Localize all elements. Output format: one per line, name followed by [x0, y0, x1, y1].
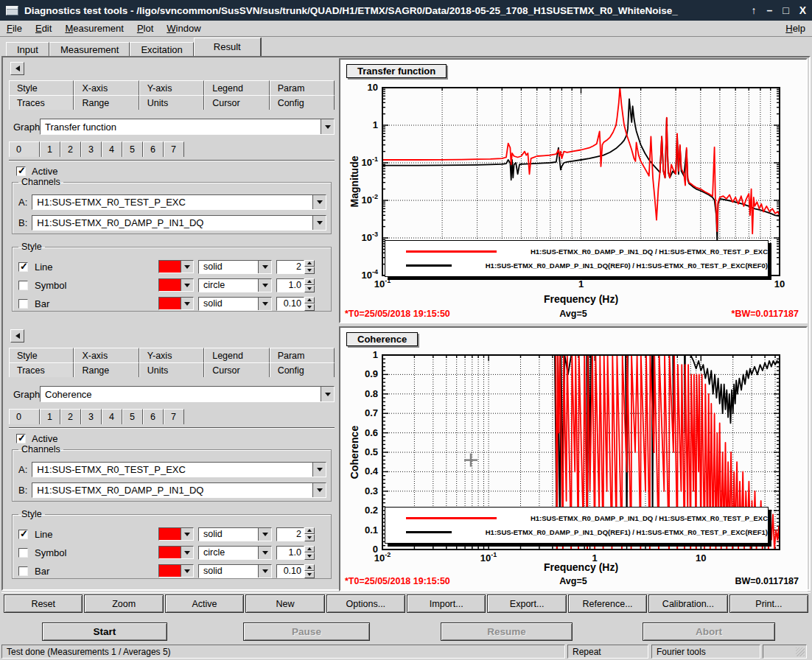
transfer-function-canvas[interactable]: 10-111010110-110-210-310-4Frequency (Hz)…: [340, 60, 806, 322]
resize-grip-icon[interactable]: [796, 647, 805, 656]
tab-units[interactable]: Units: [139, 362, 204, 377]
trace-tab-2[interactable]: 2: [60, 141, 81, 157]
graph-select[interactable]: Coherence: [40, 386, 335, 402]
tab-y-axis[interactable]: Y-axis: [139, 80, 204, 95]
minimize-icon[interactable]: –: [766, 4, 772, 16]
collapse-panel-button[interactable]: [10, 329, 24, 343]
bar-color-select[interactable]: [158, 297, 194, 310]
tab-y-axis[interactable]: Y-axis: [139, 348, 204, 362]
trace-tab-3[interactable]: 3: [81, 141, 102, 157]
symbol-checkbox[interactable]: [18, 548, 28, 558]
menu-file[interactable]: File: [0, 21, 29, 35]
bar-checkbox[interactable]: [18, 299, 28, 309]
menu-window[interactable]: Window: [160, 21, 207, 35]
bar-width-stepper[interactable]: 0.10: [276, 297, 315, 311]
tab-legend[interactable]: Legend: [204, 348, 269, 362]
coherence-canvas[interactable]: 10-210-111010.90.80.70.60.50.40.30.20.10…: [340, 328, 806, 589]
tab-config[interactable]: Config: [270, 95, 335, 110]
transfer-function-plot[interactable]: 10-111010110-110-210-310-4Frequency (Hz)…: [339, 58, 808, 323]
active-checkbox[interactable]: [16, 434, 26, 443]
collapse-panel-button[interactable]: [10, 62, 24, 75]
channel-a-select[interactable]: H1:SUS-ETMX_R0_TEST_P_EXC: [32, 462, 326, 477]
options-button[interactable]: Options...: [326, 594, 405, 613]
close-icon[interactable]: X: [799, 4, 806, 16]
tab-range[interactable]: Range: [74, 95, 139, 110]
abort-button[interactable]: Abort: [643, 622, 775, 641]
resume-button[interactable]: Resume: [441, 622, 573, 641]
channel-b-select[interactable]: H1:SUS-ETMX_R0_DAMP_P_IN1_DQ: [32, 215, 326, 231]
bar-style-select[interactable]: solid: [198, 297, 272, 311]
line-checkbox[interactable]: [18, 530, 28, 539]
line-style-select[interactable]: solid: [198, 527, 272, 541]
symbol-style-select[interactable]: circle: [198, 278, 272, 292]
tab-input[interactable]: Input: [6, 42, 49, 56]
print-button[interactable]: Print...: [729, 594, 808, 613]
symbol-checkbox[interactable]: [18, 281, 28, 290]
bar-color-select[interactable]: [158, 564, 194, 578]
chevron-down-icon[interactable]: [312, 195, 326, 209]
menu-help[interactable]: Help: [779, 21, 812, 35]
trace-tab-6[interactable]: 6: [143, 141, 164, 157]
trace-tab-5[interactable]: 5: [122, 141, 143, 157]
tab-cursor[interactable]: Cursor: [204, 95, 269, 110]
tab-measurement[interactable]: Measurement: [49, 42, 130, 56]
import-button[interactable]: Import...: [407, 594, 486, 613]
chevron-down-icon[interactable]: [321, 387, 334, 401]
tab-x-axis[interactable]: X-axis: [74, 348, 139, 362]
start-button[interactable]: Start: [42, 622, 167, 641]
channel-a-select[interactable]: H1:SUS-ETMX_R0_TEST_P_EXC: [32, 194, 326, 210]
trace-tab-5[interactable]: 5: [122, 409, 143, 424]
bar-width-stepper[interactable]: 0.10: [276, 564, 315, 578]
chevron-down-icon[interactable]: [312, 463, 326, 477]
bar-style-select[interactable]: solid: [198, 564, 272, 578]
trace-tab-2[interactable]: 2: [60, 409, 81, 424]
chevron-down-icon[interactable]: [312, 483, 326, 497]
tab-result[interactable]: Result: [194, 38, 261, 56]
active-button[interactable]: Active: [165, 594, 244, 613]
chevron-down-icon[interactable]: [321, 119, 334, 134]
trace-tab-4[interactable]: 4: [102, 141, 122, 157]
symbol-color-select[interactable]: [158, 278, 194, 292]
tab-style[interactable]: Style: [9, 80, 74, 95]
active-checkbox[interactable]: [16, 166, 26, 176]
symbol-size-stepper[interactable]: 1.0: [276, 278, 315, 292]
line-color-select[interactable]: [158, 527, 194, 541]
shade-icon[interactable]: ↑: [751, 4, 756, 16]
line-style-select[interactable]: solid: [198, 260, 272, 274]
graph-select[interactable]: Transfer function: [40, 119, 335, 135]
tab-units[interactable]: Units: [139, 95, 204, 110]
line-checkbox[interactable]: [18, 262, 28, 272]
tab-traces[interactable]: Traces: [9, 95, 74, 110]
menu-edit[interactable]: Edit: [29, 21, 58, 35]
bar-checkbox[interactable]: [18, 566, 28, 576]
menu-measurement[interactable]: Measurement: [58, 21, 130, 35]
reset-button[interactable]: Reset: [4, 594, 83, 613]
tab-cursor[interactable]: Cursor: [204, 362, 269, 377]
maximize-icon[interactable]: □: [783, 4, 788, 16]
export-button[interactable]: Export...: [487, 594, 566, 613]
tab-legend[interactable]: Legend: [204, 80, 269, 95]
trace-tab-7[interactable]: 7: [164, 409, 184, 424]
tab-config[interactable]: Config: [270, 362, 335, 377]
title-bar[interactable]: Diagnostics test tools - /ligo/svncommon…: [0, 0, 812, 21]
trace-tab-4[interactable]: 4: [102, 409, 122, 424]
symbol-color-select[interactable]: [158, 546, 194, 559]
tab-x-axis[interactable]: X-axis: [74, 80, 139, 95]
trace-tab-0[interactable]: 0: [9, 141, 40, 157]
trace-tab-7[interactable]: 7: [164, 141, 184, 157]
pause-button[interactable]: Pause: [243, 622, 370, 641]
trace-tab-0[interactable]: 0: [9, 409, 40, 424]
trace-tab-6[interactable]: 6: [143, 409, 164, 424]
tab-param[interactable]: Param: [270, 80, 335, 95]
tab-style[interactable]: Style: [9, 348, 74, 362]
zoom-button[interactable]: Zoom: [84, 594, 163, 613]
trace-tab-1[interactable]: 1: [40, 141, 60, 157]
line-width-stepper[interactable]: 2: [276, 260, 315, 274]
tab-range[interactable]: Range: [74, 362, 139, 377]
line-width-stepper[interactable]: 2: [276, 527, 315, 541]
chevron-down-icon[interactable]: [312, 216, 326, 230]
symbol-style-select[interactable]: circle: [198, 546, 272, 560]
tab-param[interactable]: Param: [270, 348, 335, 362]
channel-b-select[interactable]: H1:SUS-ETMX_R0_DAMP_P_IN1_DQ: [32, 482, 326, 498]
reference-button[interactable]: Reference...: [568, 594, 647, 613]
